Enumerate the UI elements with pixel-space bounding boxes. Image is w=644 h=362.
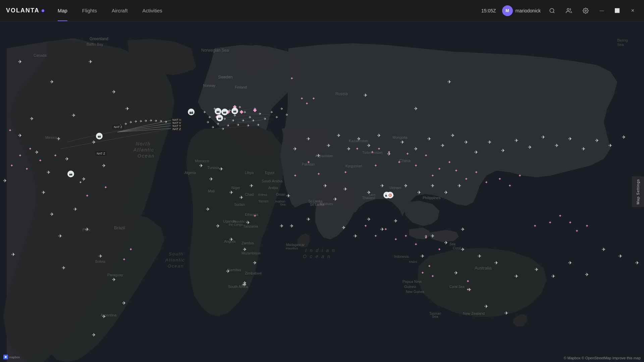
nav-aircraft[interactable]: Aircraft: [104, 0, 135, 21]
svg-text:mapbox: mapbox: [9, 356, 20, 359]
maximize-button[interactable]: ⬜: [612, 6, 622, 15]
time-display: 15:05Z: [481, 8, 496, 13]
close-button[interactable]: ✕: [628, 6, 637, 15]
main-nav: Map Flights Aircraft Activities: [50, 0, 170, 21]
user-badge[interactable]: M mariodonick: [502, 5, 541, 16]
titlebar-right: 15:05Z M mariodonick — ⬜ ✕: [481, 5, 644, 16]
nav-activities[interactable]: Activities: [135, 0, 170, 21]
map-settings-panel: Map Settings: [632, 176, 644, 207]
search-button[interactable]: [547, 5, 557, 16]
settings-button[interactable]: [580, 5, 591, 16]
username: mariodonick: [516, 8, 541, 13]
app-logo: VOLANTA: [0, 7, 50, 14]
svg-point-1: [567, 8, 569, 10]
nav-map[interactable]: Map: [50, 0, 75, 21]
logo-text: VOLANTA: [6, 7, 40, 14]
svg-point-2: [585, 10, 587, 11]
titlebar: VOLANTA Map Flights Aircraft Activities …: [0, 0, 644, 21]
svg-point-91: [5, 356, 7, 358]
map-settings-tab[interactable]: Map Settings: [632, 176, 644, 207]
map-attribution[interactable]: © Mapbox © OpenStreetMap Improve this ma…: [564, 356, 641, 360]
nav-flights[interactable]: Flights: [75, 0, 104, 21]
map-container[interactable]: ✈ ✈ ✈ ✈ ✈ ✈ ✈ ✈ ✈ ✈ ✈ ✈ ✈ ✈ ✈ ✈ ✈ ✈ ✈ ✈ …: [0, 21, 644, 362]
mapbox-logo: mapbox: [3, 353, 27, 360]
community-button[interactable]: [564, 5, 574, 16]
svg-point-0: [550, 8, 554, 12]
logo-dot: [42, 9, 44, 12]
minimize-button[interactable]: —: [597, 6, 606, 15]
avatar: M: [502, 5, 513, 16]
